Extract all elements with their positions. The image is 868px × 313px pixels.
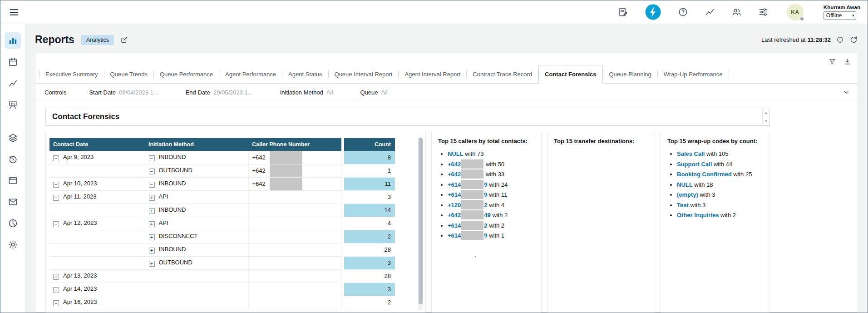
count-cell[interactable]: 3 (344, 283, 395, 296)
count-cell[interactable]: 1 (344, 164, 395, 177)
item-link[interactable]: Other Inquiries (677, 212, 719, 219)
count-cell[interactable]: 2 (344, 230, 395, 243)
collapse-toggle-icon[interactable]: − (149, 182, 155, 188)
control-filter-end-date[interactable]: End Date29/05/2023 1... (186, 89, 253, 96)
collapse-toggle-icon[interactable]: − (53, 221, 59, 227)
tab-agent-interval-report[interactable]: Agent Interval Report (399, 65, 466, 84)
stepper-up-icon[interactable]: ▲ (763, 108, 769, 117)
col-header-contact-date[interactable]: Contact Date (49, 138, 145, 151)
open-external-icon[interactable] (120, 35, 128, 44)
collapse-toggle-icon[interactable]: − (53, 155, 59, 161)
sidebar-easel-chart-icon[interactable] (5, 96, 21, 113)
item-link[interactable]: (empty) (677, 191, 698, 198)
sidebar-calendar-icon[interactable] (5, 54, 21, 70)
tab-queue-trends[interactable]: Queue Trends (104, 65, 153, 84)
item-link-tail[interactable]: 9 (484, 191, 487, 198)
tab-executive-summary[interactable]: Executive Summary (39, 65, 104, 84)
filter-icon[interactable] (829, 58, 836, 65)
sliders-icon[interactable] (758, 7, 769, 17)
help-icon[interactable] (678, 7, 688, 17)
tab-agent-status[interactable]: Agent Status (282, 65, 328, 84)
tab-queue-interval-report[interactable]: Queue Interval Report (329, 65, 399, 84)
count-cell[interactable]: 3 (344, 190, 395, 204)
item-link[interactable]: +614 (448, 222, 461, 229)
refresh-icon[interactable] (849, 35, 858, 44)
tab-agent-performance[interactable]: Agent Performance (219, 65, 282, 84)
item-link-tail[interactable]: 2 (484, 202, 487, 209)
expand-toggle-icon[interactable]: + (149, 195, 155, 201)
item-link[interactable]: +614 (448, 181, 461, 188)
item-link-tail[interactable]: 9 (484, 181, 487, 188)
status-select[interactable]: Offline ▾ (824, 11, 856, 20)
item-link[interactable]: +642 (448, 161, 461, 168)
count-cell[interactable]: 28 (344, 269, 395, 283)
expand-toggle-icon[interactable]: + (149, 208, 155, 214)
expand-toggle-icon[interactable]: + (53, 287, 59, 293)
notes-icon[interactable] (618, 7, 628, 17)
collapse-toggle-icon[interactable]: − (53, 182, 59, 188)
item-link[interactable]: Support Call (677, 161, 712, 168)
count-cell[interactable]: 28 (344, 243, 395, 256)
tab-queue-planning[interactable]: Queue Planning (603, 65, 657, 84)
col-header-initiation-method[interactable]: Initiation Method (145, 138, 248, 151)
control-filter-start-date[interactable]: Start Date09/04/2023 1... (89, 89, 158, 96)
sidebar-bar-chart-icon[interactable] (5, 32, 21, 49)
sidebar-mail-icon[interactable] (5, 194, 21, 210)
tab-contact-forensics[interactable]: Contact Forensics (538, 65, 602, 84)
item-link[interactable]: NULL (448, 150, 464, 157)
count-cell[interactable]: 14 (344, 204, 395, 217)
expand-toggle-icon[interactable]: + (53, 300, 59, 306)
tab-wrap-up-performance[interactable]: Wrap-Up Performance (658, 65, 729, 84)
expand-toggle-icon[interactable]: + (149, 234, 155, 240)
collapse-toggle-icon[interactable]: − (149, 169, 155, 174)
control-filter-initiation-method[interactable]: Initiation MethodAll (280, 89, 333, 96)
control-filter-queue[interactable]: QueueAll (360, 89, 388, 96)
collapse-controls-icon[interactable] (842, 88, 850, 96)
col-header-caller-phone[interactable]: Caller Phone Number (248, 138, 341, 151)
expand-toggle-icon[interactable]: + (53, 274, 59, 280)
info-icon[interactable] (836, 36, 844, 44)
table-scrollbar[interactable] (418, 137, 423, 310)
col-header-count[interactable]: Count (344, 138, 395, 151)
sidebar-layers-icon[interactable] (5, 129, 21, 146)
users-icon[interactable] (731, 7, 742, 17)
sidebar-pie-chart-icon[interactable] (5, 215, 21, 231)
expand-toggle-icon[interactable]: + (149, 261, 155, 267)
sidebar-line-chart-icon[interactable] (5, 75, 21, 91)
count-cell[interactable]: 3 (344, 256, 395, 269)
sidebar-gear-icon[interactable] (5, 236, 21, 253)
item-link-tail[interactable]: 2 (484, 222, 487, 229)
count-cell[interactable]: 4 (344, 217, 395, 230)
item-link[interactable]: +614 (448, 232, 461, 239)
tab-contract-trace-record[interactable]: Contract Trace Record (467, 65, 538, 84)
item-link[interactable]: +642 (448, 212, 461, 219)
item-link-tail[interactable]: 49 (484, 212, 490, 219)
count-cell[interactable]: 8 (344, 151, 395, 164)
item-link[interactable]: NULL (677, 181, 693, 188)
item-link[interactable]: Booking Confirmed (677, 171, 732, 178)
list-item: +1202 with 4 (448, 200, 535, 211)
sidebar-window-icon[interactable] (5, 172, 21, 189)
collapse-toggle-icon[interactable]: − (149, 155, 155, 161)
scrollbar-thumb[interactable] (419, 138, 423, 304)
sidebar-history-icon[interactable] (5, 151, 21, 167)
item-link[interactable]: Sales Call (677, 150, 705, 157)
avatar[interactable]: KA (787, 4, 804, 20)
item-link[interactable]: +120 (448, 202, 461, 209)
expand-toggle-icon[interactable]: + (149, 248, 155, 253)
count-cell[interactable]: 11 (344, 177, 395, 190)
item-link[interactable]: Test (677, 202, 689, 209)
count-cell[interactable]: 2 (344, 296, 395, 309)
item-link[interactable]: +614 (448, 191, 461, 198)
lightning-icon[interactable] (645, 4, 661, 20)
download-icon[interactable] (843, 58, 851, 65)
tab-queue-performance[interactable]: Queue Performance (154, 65, 219, 84)
item-link-tail[interactable]: 9 (484, 232, 487, 239)
metrics-icon[interactable] (705, 7, 715, 17)
panel-list: NULL with 73+642 with 50+642 with 33+614… (438, 149, 535, 241)
collapse-toggle-icon[interactable]: − (53, 195, 59, 201)
stepper-down-icon[interactable]: ▼ (763, 117, 769, 125)
item-link[interactable]: +642 (448, 171, 461, 178)
menu-icon[interactable] (9, 7, 20, 18)
expand-toggle-icon[interactable]: + (149, 221, 155, 227)
